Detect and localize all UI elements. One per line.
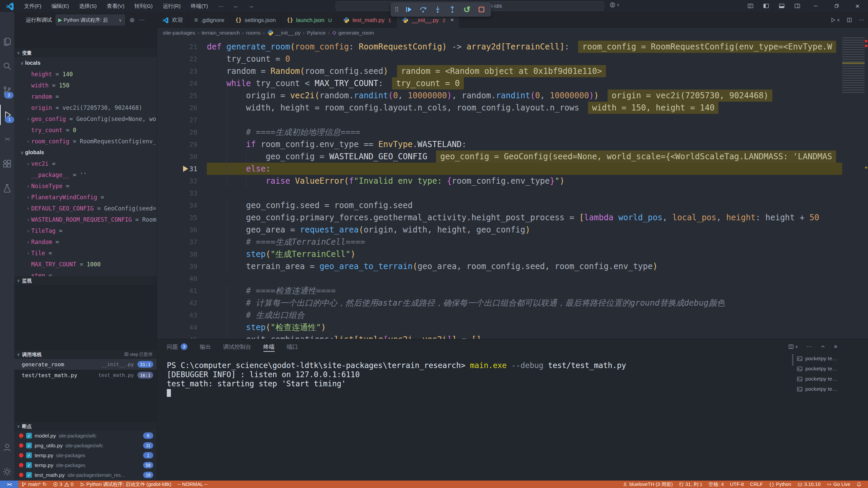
panel-tab-调试控制台[interactable]: 调试控制台 <box>223 339 251 354</box>
minimize-button[interactable] <box>805 0 826 12</box>
code-line-37[interactable]: 37 # ====生成TerrainCell==== <box>157 236 842 248</box>
gutter[interactable]: 22 <box>157 53 207 65</box>
gutter[interactable]: 27 <box>157 114 207 126</box>
breakpoint-checkbox[interactable]: ✓ <box>26 443 32 448</box>
breakpoint-row[interactable]: ✓ test_math.py site-packages\terrain_res… <box>14 470 157 480</box>
stack-frame[interactable]: test/test_math.py test_math.py 16:1 <box>14 370 157 381</box>
terminal-instance[interactable]: pocketpy te… <box>797 353 863 364</box>
gutter[interactable]: 43 <box>157 309 207 321</box>
terminal-instance[interactable]: pocketpy te… <box>797 374 863 384</box>
debug-step-out-button[interactable] <box>447 4 458 15</box>
panel-tab-问题[interactable]: 问题 3 <box>167 339 188 354</box>
activity-search[interactable] <box>0 56 14 76</box>
variable-row[interactable]: › TileTag = <box>14 225 157 236</box>
breakpoint-row[interactable]: ✓ png_utils.py site-packages\wfc 11 <box>14 441 157 450</box>
panel-tab-终端[interactable]: 终端 <box>263 339 275 354</box>
terminal-new-button[interactable]: ∨ <box>788 344 798 349</box>
code-line-42[interactable]: 42 # 计算每一个出口的中心，然后使用astar生成路径，确保每一个出口组合都… <box>157 297 842 309</box>
nav-forward-icon[interactable]: → <box>243 2 258 9</box>
launch-config-select[interactable]: ▶ Python 调试程序: 启 ∨ <box>56 15 125 25</box>
gutter[interactable]: 26 <box>157 102 207 114</box>
status-cursor-position[interactable]: 行 31, 列 1 <box>676 481 705 488</box>
section-variables[interactable]: ∨ 变量 <box>14 48 157 57</box>
gutter[interactable]: 41 <box>157 285 207 297</box>
code-line-21[interactable]: 21 def generate_room(room_config: RoomRe… <box>157 41 842 53</box>
more-actions-icon[interactable]: ··· <box>859 17 865 23</box>
section-breakpoints[interactable]: ∨ 断点 <box>14 422 157 431</box>
code-line-22[interactable]: 22 try_count = 0 <box>157 53 842 65</box>
variables-group-locals[interactable]: ∨locals <box>14 57 157 68</box>
gutter[interactable]: 35 <box>157 211 207 224</box>
code-line-27[interactable]: 27 <box>157 114 842 126</box>
close-panel-icon[interactable]: × <box>834 343 837 350</box>
activity-explorer[interactable] <box>0 32 14 52</box>
minimap[interactable] <box>842 37 865 94</box>
breakpoint-row[interactable]: ✓ temp.py site-packages 58 <box>14 460 157 470</box>
gutter[interactable]: 20 <box>157 37 207 41</box>
tab-test-math-py[interactable]: test_math.py 1 <box>338 12 397 28</box>
terminal-instance[interactable]: pocketpy te… <box>797 364 863 374</box>
code-line-34[interactable]: 34 geo_config.seed = room_config.seed <box>157 199 842 211</box>
code-line-44[interactable]: 44 step("检查连通性") <box>157 321 842 333</box>
maximize-panel-icon[interactable] <box>820 344 826 349</box>
section-call-stack[interactable]: ∨ 调用堆栈 因 step 已暂停 <box>14 350 157 359</box>
menu-item[interactable]: 文件(F) <box>19 0 46 12</box>
variables-group-globals[interactable]: ∨globals <box>14 147 157 158</box>
gutter[interactable]: 34 <box>157 199 207 211</box>
code-line-41[interactable]: 41 # ====检查连通性==== <box>157 285 842 297</box>
code-line-32[interactable]: 32 raise ValueError(f"Invalid env type: … <box>157 175 842 187</box>
status-eol[interactable]: CRLF <box>747 481 766 488</box>
code-line-20[interactable]: 20 <box>157 37 842 41</box>
menu-item[interactable]: 查看(V) <box>102 0 130 12</box>
status-language[interactable]: {}Python <box>766 481 794 488</box>
status-commit-author[interactable]: blueloveTH (3 周前) <box>619 481 676 488</box>
gutter[interactable]: 38 <box>157 248 207 260</box>
variable-row[interactable]: random = <box>14 91 157 102</box>
tab-gdignore[interactable]: ≡.gdignore <box>189 12 230 28</box>
gutter[interactable]: 31 <box>157 163 207 175</box>
variable-row[interactable]: try_count = 0 <box>14 124 157 136</box>
status-debug-config[interactable]: Python 调试程序: 启动文件 (godot-ldtk) <box>77 481 175 488</box>
status-vim-mode[interactable]: -- NORMAL -- <box>174 481 211 488</box>
variable-row[interactable]: MAX_TRY_COUNT = 1000 <box>14 259 157 270</box>
tab-launch-json[interactable]: {}launch.json U <box>281 12 337 28</box>
code-line-28[interactable]: 28 # ====生成初始地理信息==== <box>157 126 842 138</box>
activity-run-and-debug[interactable]: 1 <box>0 105 15 125</box>
variable-row[interactable]: › room_config = RoomRequestConfig(env_t… <box>14 136 157 147</box>
debug-continue-button[interactable] <box>403 4 414 15</box>
breadcrumb-item[interactable]: generate_room <box>332 30 374 36</box>
close-tab-icon[interactable]: × <box>450 17 454 23</box>
profile-icon[interactable]: ∨ <box>610 2 619 8</box>
gutter[interactable]: 42 <box>157 297 207 309</box>
panel-tab-端口[interactable]: 端口 <box>287 339 298 354</box>
activity-testing[interactable] <box>0 178 14 198</box>
breadcrumb-item[interactable]: __init__.py <box>267 29 301 36</box>
variable-row[interactable]: › NoiseType = <box>14 180 157 191</box>
code-line-38[interactable]: 38 step("生成TerrainCell") <box>157 248 842 260</box>
variable-row[interactable]: origin = vec2i(7205730, 9024468) <box>14 102 157 113</box>
code-line-31[interactable]: 31 else: <box>157 163 842 175</box>
breakpoint-checkbox[interactable]: ✓ <box>26 472 32 478</box>
status-remote[interactable]: >< <box>0 481 18 488</box>
activity-settings[interactable] <box>0 462 14 482</box>
terminal-output[interactable]: PS C:\computer_science\godot-ldtk\site-p… <box>167 361 791 398</box>
gutter[interactable]: 28 <box>157 126 207 138</box>
gear-icon[interactable] <box>129 17 135 23</box>
tab-welcome[interactable]: 欢迎 <box>157 12 189 28</box>
breakpoint-row[interactable]: ✓ model.py site-packages\wfc 6 <box>14 431 157 441</box>
menu-item[interactable]: 编辑(E) <box>46 0 74 12</box>
breadcrumb-item[interactable]: terrain_research <box>201 30 240 36</box>
variable-row[interactable]: › Tile = <box>14 247 157 259</box>
debug-step-over-button[interactable] <box>417 4 429 15</box>
split-editor-icon[interactable] <box>847 17 852 23</box>
code-line-40[interactable]: 40 <box>157 272 842 285</box>
activity-extensions[interactable] <box>0 154 14 174</box>
gutter[interactable]: 37 <box>157 236 207 248</box>
terminal-instance[interactable]: pocketpy te… <box>797 384 863 394</box>
tab-settings-json[interactable]: {}settings.json <box>230 12 281 28</box>
status-go-live[interactable]: Go Live <box>824 481 853 488</box>
code-line-43[interactable]: 43 # 生成出口组合 <box>157 309 842 321</box>
gutter[interactable]: 30 <box>157 150 207 163</box>
menu-item[interactable]: 终端(T) <box>186 0 213 12</box>
code-line-23[interactable]: 23 random = Random(room_config.seed)rand… <box>157 65 842 77</box>
